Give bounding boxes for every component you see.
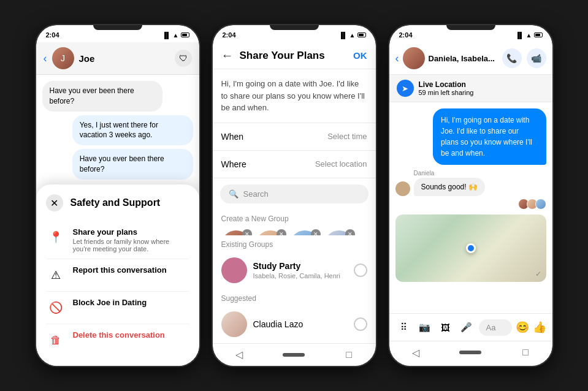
live-location-map: ✓ (395, 214, 546, 282)
nav-back-3[interactable]: ◁ (407, 346, 425, 359)
search-bar[interactable]: 🔍 Search (220, 184, 368, 203)
status-icons-3: ▐▌ ▲ (515, 32, 542, 39)
status-bar-3: 2:04 ▐▌ ▲ (389, 25, 552, 42)
wifi-icon-3: ▲ (526, 32, 532, 39)
claudia-avatar (221, 311, 247, 337)
mic-button[interactable]: 🎤 (458, 319, 475, 336)
remove-daniela[interactable]: ✕ (242, 229, 252, 235)
battery-icon-3 (534, 32, 543, 37)
search-input[interactable]: Search (243, 189, 269, 199)
live-location-text: Live Location 59 min left sharing (419, 80, 474, 96)
share-title: Share Your Plans (240, 50, 348, 62)
daniela-main-avatar (403, 47, 425, 69)
share-ok-button[interactable]: OK (353, 50, 367, 61)
msg-action-buttons: 📞 📹 (502, 48, 546, 68)
time-3: 2:04 (399, 31, 413, 39)
where-field[interactable]: Where Select location (213, 151, 376, 178)
contact-avatar-wrap-2: ✕ (256, 230, 285, 235)
nav-bar-3: ◁ □ (389, 341, 552, 366)
share-plans-icon: 📍 (46, 227, 66, 247)
phone-call-button[interactable]: 📞 (502, 48, 522, 68)
signal-icon-2: ▐▌ (338, 32, 347, 39)
nav-recents-3[interactable]: □ (516, 346, 535, 359)
received-message: Sounds good! 🙌 (414, 178, 485, 196)
remove-rosie[interactable]: ✕ (311, 229, 321, 235)
new-group-label: Create a New Group (213, 210, 376, 226)
claudia-select[interactable] (354, 317, 367, 331)
delete-item[interactable]: 🗑 Delete this conversation (46, 324, 189, 356)
msg-3: Have you ever been there before? (72, 149, 193, 180)
status-icons-1: ▐▌ ▲ (162, 32, 189, 39)
wifi-icon-2: ▲ (349, 32, 356, 39)
share-plans-subtitle: Let friends or family know where you're … (73, 238, 189, 252)
overlay-header: ✕ Safety and Support (46, 194, 189, 211)
joe-avatar: J (52, 47, 74, 69)
time-2: 2:04 (223, 31, 236, 39)
report-text: Report this conversation (73, 265, 189, 275)
avatar-overlap-row (395, 199, 546, 210)
msg-chat-name: Daniela, Isabela... (429, 54, 498, 63)
group-text: Study Party Isabela, Rosie, Camila, Henr… (253, 261, 348, 279)
report-item[interactable]: ⚠ Report this conversation (46, 259, 189, 292)
delete-text: Delete this conversation (73, 330, 189, 340)
remove-isabela[interactable]: ✕ (277, 229, 286, 235)
emoji-button[interactable]: 😊 (516, 321, 529, 334)
when-label: When (221, 132, 244, 142)
contact-avatar-wrap-1: ✕ (221, 230, 251, 235)
phone-1: 2:04 ▐▌ ▲ ‹ J Joe 🛡 Have you ever been t… (35, 24, 200, 367)
msg-input-bar: ⠿ 📷 🖼 🎤 Aa 😊 👍 (389, 313, 552, 341)
suggested-label: Suggested (213, 289, 376, 305)
contacts-row: ✕ Daniela ✕ Isabela ✕ Rosie (213, 226, 376, 235)
apps-button[interactable]: ⠿ (395, 319, 413, 336)
safety-overlay: ✕ Safety and Support 📍 Share your plans … (36, 184, 199, 366)
share-back-button[interactable]: ← (221, 48, 234, 63)
live-location-title: Live Location (419, 80, 474, 89)
live-location-bar: ➤ Live Location 59 min left sharing (389, 75, 552, 102)
existing-groups-label: Existing Groups (213, 235, 376, 251)
nav-home-3[interactable] (459, 351, 481, 354)
block-title: Block Joe in Dating (73, 298, 189, 307)
like-button[interactable]: 👍 (533, 321, 546, 334)
phone-3: 2:04 ▐▌ ▲ ‹ Daniela, Isabela... 📞 📹 (388, 24, 554, 367)
back-button[interactable]: ‹ (44, 52, 47, 65)
nav-recents-2[interactable]: □ (340, 349, 358, 361)
study-party-group[interactable]: Study Party Isabela, Rosie, Camila, Henr… (213, 251, 376, 289)
where-value: Select location (315, 159, 367, 169)
block-item[interactable]: 🚫 Block Joe in Dating (46, 292, 189, 324)
close-button[interactable]: ✕ (46, 194, 63, 211)
where-label: Where (221, 159, 246, 169)
message-input[interactable]: Aa (479, 319, 512, 336)
block-icon: 🚫 (46, 298, 66, 317)
seen-avatars (521, 199, 546, 210)
remove-camila[interactable]: ✕ (345, 229, 355, 235)
when-field[interactable]: When Select time (213, 123, 376, 151)
nav-back-2[interactable]: ◁ (230, 349, 248, 361)
report-title: Report this conversation (73, 265, 189, 275)
contact-avatar-wrap-3: ✕ (290, 230, 319, 235)
msg-header: ‹ Daniela, Isabela... 📞 📹 (389, 42, 552, 75)
claudia-name: Claudia Lazo (253, 319, 348, 329)
joe-avatar-img: J (52, 47, 74, 69)
share-plans-text: Share your plans Let friends or family k… (73, 227, 189, 252)
claudia-row[interactable]: Claudia Lazo (213, 305, 376, 343)
nav-home-2[interactable] (283, 353, 305, 357)
share-description: Hi, I'm going on a date with Joe. I'd li… (213, 69, 376, 123)
overlay-title: Safety and Support (71, 197, 161, 208)
shield-button[interactable]: 🛡 (175, 50, 192, 67)
received-row: Daniela Sounds good! 🙌 (395, 170, 546, 196)
daniela-recv-avatar (395, 181, 410, 196)
share-plans-item[interactable]: 📍 Share your plans Let friends or family… (46, 221, 189, 259)
status-bar-1: 2:04 ▐▌ ▲ (36, 25, 199, 42)
chat-name: Joe (79, 53, 170, 64)
status-bar-2: 2:04 ▐▌ ▲ (213, 25, 376, 42)
camera-button[interactable]: 📷 (416, 319, 433, 336)
gallery-button[interactable]: 🖼 (437, 319, 454, 336)
group-select[interactable] (354, 264, 367, 277)
sent-message: Hi, I'm going on a date with Joe. I'd li… (433, 108, 546, 165)
map-dot (466, 243, 476, 253)
msg-back-button[interactable]: ‹ (395, 52, 399, 65)
received-sender-name: Daniela (414, 170, 485, 177)
time-1: 2:04 (46, 31, 59, 39)
share-plans-title: Share your plans (73, 227, 189, 237)
video-call-button[interactable]: 📹 (527, 48, 546, 68)
